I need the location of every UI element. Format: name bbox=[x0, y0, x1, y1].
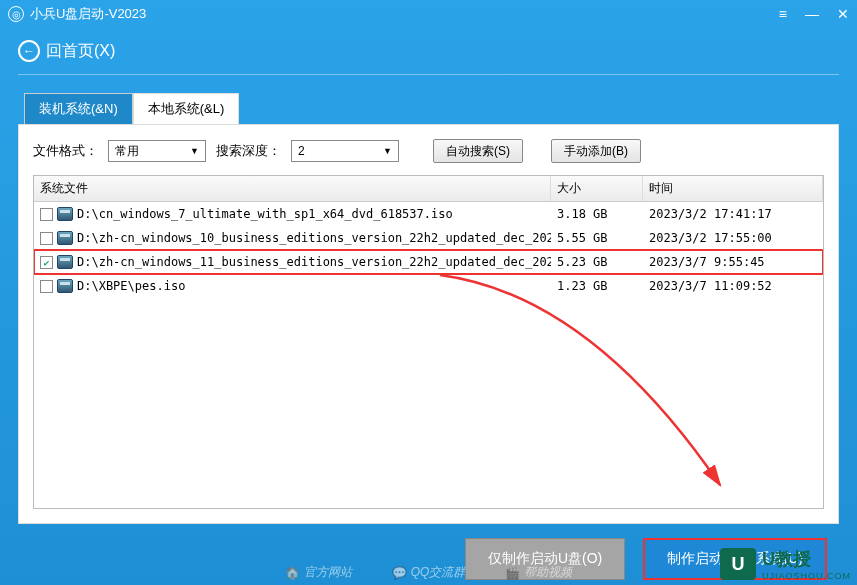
chevron-down-icon: ▼ bbox=[383, 146, 392, 156]
row-checkbox[interactable] bbox=[40, 232, 53, 245]
search-depth-select[interactable]: 2 ▼ bbox=[291, 140, 399, 162]
qq-group-link[interactable]: 💬 QQ交流群 bbox=[392, 564, 466, 581]
help-video-link[interactable]: 🎬 帮助视频 bbox=[505, 564, 572, 581]
file-path: D:\cn_windows_7_ultimate_with_sp1_x64_dv… bbox=[77, 207, 453, 221]
back-arrow-icon[interactable]: ← bbox=[18, 40, 40, 62]
search-depth-label: 搜索深度： bbox=[216, 142, 281, 160]
file-format-value: 常用 bbox=[115, 143, 139, 160]
disk-icon bbox=[57, 255, 73, 269]
filter-row: 文件格式： 常用 ▼ 搜索深度： 2 ▼ 自动搜索(S) 手动添加(B) bbox=[33, 139, 824, 163]
search-depth-value: 2 bbox=[298, 144, 305, 158]
chevron-down-icon: ▼ bbox=[190, 146, 199, 156]
table-row[interactable]: D:\zh-cn_windows_10_business_editions_ve… bbox=[34, 226, 823, 250]
disk-icon bbox=[57, 207, 73, 221]
auto-search-button[interactable]: 自动搜索(S) bbox=[433, 139, 523, 163]
menu-icon[interactable]: ≡ bbox=[779, 6, 787, 22]
file-path: D:\XBPE\pes.iso bbox=[77, 279, 185, 293]
table-body: D:\cn_windows_7_ultimate_with_sp1_x64_dv… bbox=[34, 202, 823, 508]
table-row[interactable]: D:\XBPE\pes.iso1.23 GB2023/3/7 11:09:52 bbox=[34, 274, 823, 298]
table-row[interactable]: D:\cn_windows_7_ultimate_with_sp1_x64_dv… bbox=[34, 202, 823, 226]
col-time[interactable]: 时间 bbox=[643, 176, 823, 201]
disk-icon bbox=[57, 231, 73, 245]
tab-install-system[interactable]: 装机系统(&N) bbox=[24, 93, 133, 124]
back-label[interactable]: 回首页(X) bbox=[46, 41, 115, 62]
file-size: 5.55 GB bbox=[551, 228, 643, 248]
col-file[interactable]: 系统文件 bbox=[34, 176, 551, 201]
file-format-label: 文件格式： bbox=[33, 142, 98, 160]
window-controls: ≡ — ✕ bbox=[779, 6, 849, 22]
file-time: 2023/3/2 17:41:17 bbox=[643, 204, 823, 224]
row-checkbox[interactable] bbox=[40, 280, 53, 293]
row-checkbox[interactable] bbox=[40, 208, 53, 221]
file-time: 2023/3/7 9:55:45 bbox=[643, 252, 823, 272]
logo-text: U教授 UJIAOSHOU.COM bbox=[762, 547, 851, 581]
file-time: 2023/3/2 17:55:00 bbox=[643, 228, 823, 248]
file-size: 1.23 GB bbox=[551, 276, 643, 296]
minimize-icon[interactable]: — bbox=[805, 6, 819, 22]
file-path: D:\zh-cn_windows_10_business_editions_ve… bbox=[77, 231, 551, 245]
file-path: D:\zh-cn_windows_11_business_editions_ve… bbox=[77, 255, 551, 269]
close-icon[interactable]: ✕ bbox=[837, 6, 849, 22]
tabs: 装机系统(&N) 本地系统(&L) bbox=[24, 93, 857, 124]
file-time: 2023/3/7 11:09:52 bbox=[643, 276, 823, 296]
file-format-select[interactable]: 常用 ▼ bbox=[108, 140, 206, 162]
file-table: 系统文件 大小 时间 D:\cn_windows_7_ultimate_with… bbox=[33, 175, 824, 509]
logo-icon: U bbox=[720, 548, 756, 580]
disk-icon bbox=[57, 279, 73, 293]
manual-add-button[interactable]: 手动添加(B) bbox=[551, 139, 641, 163]
row-checkbox[interactable]: ✔ bbox=[40, 256, 53, 269]
local-system-panel: 文件格式： 常用 ▼ 搜索深度： 2 ▼ 自动搜索(S) 手动添加(B) 系统文… bbox=[18, 124, 839, 524]
table-header: 系统文件 大小 时间 bbox=[34, 176, 823, 202]
table-row[interactable]: ✔D:\zh-cn_windows_11_business_editions_v… bbox=[34, 250, 823, 274]
official-site-link[interactable]: 🏠 官方网站 bbox=[285, 564, 352, 581]
app-icon: ◎ bbox=[8, 6, 24, 22]
file-size: 3.18 GB bbox=[551, 204, 643, 224]
titlebar: ◎ 小兵U盘启动-V2023 ≡ — ✕ bbox=[0, 0, 857, 28]
tab-local-system[interactable]: 本地系统(&L) bbox=[133, 93, 240, 124]
file-size: 5.23 GB bbox=[551, 252, 643, 272]
header-divider bbox=[18, 74, 839, 75]
app-title: 小兵U盘启动-V2023 bbox=[30, 5, 779, 23]
back-row: ← 回首页(X) bbox=[0, 28, 857, 68]
logo-badge: U U教授 UJIAOSHOU.COM bbox=[720, 547, 851, 581]
col-size[interactable]: 大小 bbox=[551, 176, 643, 201]
